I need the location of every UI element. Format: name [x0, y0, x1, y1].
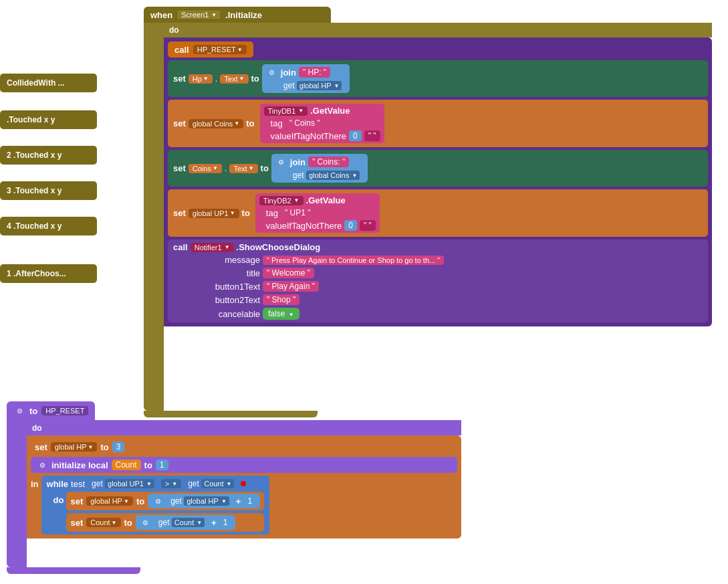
when-label: when [150, 10, 172, 20]
up1-default-str: " " [360, 220, 376, 231]
message-str: " Press Play Again to Continue or Shop t… [263, 256, 444, 265]
count-dropdown[interactable]: Count ▼ [86, 518, 120, 527]
coins-default-num: 0 [349, 130, 362, 141]
hp-plus-block: ⚙ get global HP ▼ + 1 [148, 494, 260, 508]
gear-hp-icon: ⚙ [152, 495, 164, 507]
up1-default-num: 0 [344, 220, 357, 231]
afterchoos-label: 1 .AfterChoos... [7, 269, 66, 278]
sidebar-afterchoos-block[interactable]: 1 .AfterChoos... [0, 264, 97, 283]
touched3-label: 3 .Touched x y [7, 186, 62, 195]
sidebar-touched2-block[interactable]: 2 .Touched x y [0, 146, 97, 165]
count-add-num: 1 [219, 517, 232, 528]
sidebar-touched3-block[interactable]: 3 .Touched x y [0, 181, 97, 200]
hp-colon-str: " HP: " [299, 67, 330, 78]
tinydb1-getvalue: TinyDB1 ▼ .GetValue tag " Coins " valueI… [260, 104, 384, 143]
join-block: ⚙ join " HP: " get global HP ▼ [262, 64, 350, 93]
call-label: call [174, 45, 189, 55]
tinydb2-getvalue: TinyDB2 ▼ .GetValue tag " UP1 " valueIfT… [255, 193, 380, 233]
collided-label: CollidedWith ... [7, 78, 65, 88]
tinydb1-dropdown[interactable]: TinyDB1 ▼ [264, 106, 308, 116]
hp-reset-dropdown[interactable]: HP_RESET ▼ [193, 45, 247, 54]
hp-add-num: 1 [243, 496, 256, 506]
gear-local-icon: ⚙ [36, 459, 48, 471]
touched1-label: .Touched x y [7, 115, 55, 124]
count-initial-num: 1 [156, 460, 168, 470]
notifier-block: call Notifier1 ▼ .ShowChooseDialog messa… [168, 239, 708, 322]
button2-str: " Shop " [263, 294, 299, 305]
touched2-label: 2 .Touched x y [7, 151, 62, 160]
touched4-label: 4 .Touched x y [7, 221, 62, 231]
coins-tag-str: " Coins " [285, 118, 324, 128]
get-global-hp-inner[interactable]: get global HP ▼ [166, 496, 233, 506]
coins-var-dropdown[interactable]: Coins ▼ [189, 164, 222, 173]
get-count-inner[interactable]: get Count ▼ [154, 517, 209, 528]
gear-count-icon: ⚙ [140, 516, 152, 528]
global-up1-dropdown[interactable]: global UP1 ▼ [189, 209, 239, 218]
call-hp-reset-block[interactable]: call HP_RESET ▼ [168, 41, 253, 58]
up1-tag-str: " UP1 " [281, 207, 315, 218]
gear-proc-icon: ⚙ [13, 405, 25, 417]
get-global-coins[interactable]: get global Coins ▼ [289, 170, 364, 181]
global-hp-dropdown[interactable]: global HP ▼ [51, 442, 98, 452]
sidebar-touched4-block[interactable]: 4 .Touched x y [0, 217, 97, 235]
initialize-label: .Initialize [225, 10, 262, 20]
coins-default-str: " " [364, 130, 380, 141]
title-str: " Welcome " [263, 268, 314, 278]
hp-var-dropdown[interactable]: Hp ▼ [189, 74, 213, 84]
get-count-while[interactable]: get Count ▼ [184, 478, 238, 489]
when-initialize-block: when Screen1 ▼ .Initialize do call HP_RE… [144, 7, 712, 417]
set-global-coins-block: set global Coins ▼ to TinyDB1 ▼ .GetValu… [168, 100, 708, 147]
text-prop-dropdown[interactable]: Text ▼ [220, 74, 248, 84]
red-dot-while [241, 481, 246, 486]
count-var-label: Count [112, 460, 141, 470]
set-hp-text-block: set Hp ▼ . Text ▼ to ⚙ join " HP: " [168, 60, 708, 97]
coins-join-block: ⚙ join " Coins: " get global Coins ▼ [271, 154, 368, 183]
count-plus-block: ⚙ get Count ▼ + 1 [136, 515, 236, 530]
gear-icon: ⚙ [266, 66, 278, 78]
notifier1-dropdown[interactable]: Notifier1 ▼ [191, 243, 234, 252]
in-while-block: in while test get global UP1 ▼ > ▼ [31, 476, 457, 534]
gear-icon2: ⚙ [275, 156, 287, 168]
set-global-up1-block: set global UP1 ▼ to TinyDB2 ▼ .GetValue … [168, 189, 708, 237]
hp-initial-num: 3 [112, 442, 125, 452]
tinydb2-dropdown[interactable]: TinyDB2 ▼ [259, 196, 304, 205]
set-count-block: set Count ▼ to ⚙ get Count ▼ + 1 [66, 513, 264, 532]
sidebar-touched1-block[interactable]: .Touched x y [0, 110, 97, 129]
hp-reset-proc-label[interactable]: HP_RESET [41, 406, 88, 415]
init-local-count-block: ⚙ initialize local Count to 1 [31, 457, 457, 473]
button1-str: " Play Again " [263, 281, 319, 292]
set-global-hp-block: set global HP ▼ to 3 [31, 440, 457, 454]
greater-than-op[interactable]: > ▼ [161, 479, 181, 488]
get-global-up1-while[interactable]: get global UP1 ▼ [88, 478, 158, 489]
set-coins-text-block: set Coins ▼ . Text ▼ to ⚙ join " Coins: … [168, 150, 708, 187]
hp-reset-procedure: ⚙ to HP_RESET do set global HP ▼ to 3 [7, 401, 461, 574]
global-hp-while-dropdown[interactable]: global HP ▼ [86, 496, 133, 506]
sidebar-collided-block[interactable]: CollidedWith ... [0, 74, 97, 92]
set-global-hp-while-block: set global HP ▼ to ⚙ get global HP ▼ + [66, 492, 264, 510]
cancelable-bool[interactable]: false ▼ [263, 308, 299, 320]
global-coins-dropdown[interactable]: global Coins ▼ [189, 119, 243, 128]
get-global-hp[interactable]: get global HP ▼ [279, 80, 346, 91]
coins-text-prop-dropdown[interactable]: Text ▼ [229, 164, 257, 173]
coins-colon-str: " Coins: " [308, 157, 349, 167]
screen1-dropdown[interactable]: Screen1 ▼ [176, 9, 221, 20]
